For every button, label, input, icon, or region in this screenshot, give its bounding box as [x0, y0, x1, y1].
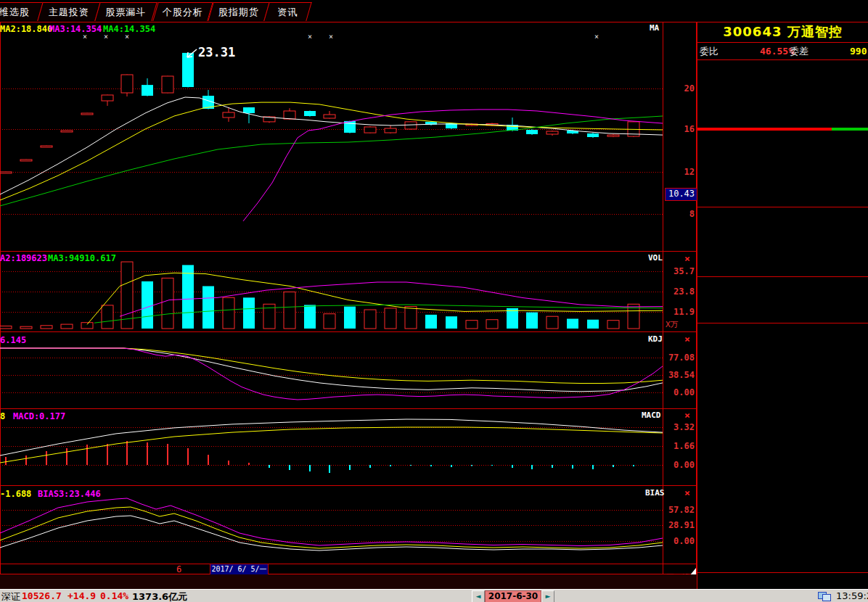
status-bar: 深证 10526.7 +14.9 0.14% 1373.6亿元 ◄ 2017-6… — [0, 589, 868, 602]
clock: 13:59:2 — [836, 590, 868, 601]
ratio-bar-red — [697, 128, 832, 131]
app-window: 维选股主题投资股票漏斗个股分析股指期货资讯 ×××××× MAVOLKDJMAC… — [0, 0, 868, 602]
divider — [697, 323, 868, 323]
indicator-value-label: MACD:0.177 — [13, 411, 65, 421]
axis-tick-main: 16 — [664, 124, 695, 134]
stock-title: 300643 万通智控 — [697, 23, 868, 41]
axis-tick-main: 8 — [664, 209, 695, 219]
index-amount: 1373.6亿元 — [132, 590, 187, 602]
svg-text:×: × — [329, 33, 333, 41]
indicator-value-label: BIAS3:23.446 — [38, 489, 101, 499]
chart-canvas[interactable]: ×××××× — [0, 0, 697, 589]
axis-tick-kdj: 77.08 — [664, 352, 695, 363]
index-change-pct: 0.14% — [100, 590, 128, 601]
pane-title-vol: VOL — [648, 253, 663, 263]
index-change: +14.9 — [67, 590, 96, 601]
indicator-value-label: 6.145 — [0, 335, 26, 345]
pane-title-kdj: KDJ — [648, 334, 663, 344]
date-prev-button[interactable]: ◄ — [472, 590, 485, 602]
close-pane-kdj-icon[interactable]: × — [684, 334, 690, 345]
axis-tick-vol: 23.8 — [664, 286, 695, 297]
axis-tick-bias: 57.82 — [664, 505, 695, 515]
axis-tick-bias: 0.00 — [664, 536, 695, 546]
axis-tick-vol: 11.9 — [664, 307, 695, 317]
axis-month-label: 6 — [176, 564, 181, 574]
weibi-value: 46.55% — [726, 46, 794, 57]
pane-title-main: MA — [650, 23, 659, 33]
divider — [697, 59, 868, 60]
axis-tick-macd: 0.00 — [664, 460, 695, 470]
close-pane-bias-icon[interactable]: × — [684, 487, 690, 498]
axis-tick-macd: 3.32 — [664, 422, 695, 432]
cursor-price-tag: 10.43 — [665, 188, 698, 201]
index-value: 10526.7 — [22, 590, 62, 601]
axis-tick-vol: 35.7 — [664, 266, 695, 276]
indicator-value-label: A2:189623 — [0, 253, 47, 263]
date-next-button[interactable]: ► — [541, 590, 554, 602]
axis-tick-main: 20 — [664, 83, 695, 94]
pane-title-macd: MACD — [642, 411, 661, 420]
axis-tick-macd: 1.66 — [664, 441, 695, 451]
vol-unit-label: X万 — [666, 319, 679, 330]
svg-text:×: × — [308, 33, 312, 41]
axis-tick-kdj: 0.00 — [664, 387, 695, 397]
indicator-value-label: MA3:94910.617 — [48, 253, 116, 263]
indicator-value-label: MA4:14.354 — [103, 24, 155, 34]
period-tab-bar — [0, 574, 697, 589]
weicha-label: 委差 — [790, 45, 808, 58]
indicator-value-label: MA2:18.840 — [0, 24, 52, 34]
weibi-ratio-bar — [697, 128, 868, 131]
close-pane-macd-icon[interactable]: × — [684, 410, 690, 421]
quote-panel: 300643 万通智控 委比 46.55% 委差 990 — [697, 0, 868, 589]
quote-tab-bar — [697, 572, 868, 589]
axis-tick-kdj: 38.54 — [664, 370, 695, 380]
weicha-value: 990 — [850, 46, 867, 57]
peak-price-label: 23.31 — [198, 45, 235, 59]
axis-tick-main: 12 — [664, 167, 695, 177]
divider — [697, 276, 868, 277]
svg-text:×: × — [594, 33, 599, 41]
divider — [697, 22, 868, 22]
close-pane-vol-icon[interactable]: × — [684, 253, 690, 264]
date-display[interactable]: 2017-6-30 — [485, 590, 541, 602]
indicator-value-label: -1.688 — [0, 489, 31, 499]
index-name: 深证 — [1, 590, 20, 602]
indicator-value-label: MA3:14.354 — [49, 24, 102, 34]
divider — [697, 42, 868, 43]
network-tray-icon[interactable] — [818, 592, 831, 601]
pane-title-bias: BIAS — [645, 488, 665, 498]
axis-tick-bias: 28.91 — [664, 520, 695, 530]
cursor-date-box: 2017/ 6/ 5/一 — [210, 564, 269, 575]
divider — [697, 207, 868, 207]
ratio-bar-green — [832, 128, 868, 131]
indicator-value-label: 8 — [0, 411, 5, 421]
weibi-label: 委比 — [700, 45, 718, 58]
monitor-icon — [822, 594, 831, 601]
